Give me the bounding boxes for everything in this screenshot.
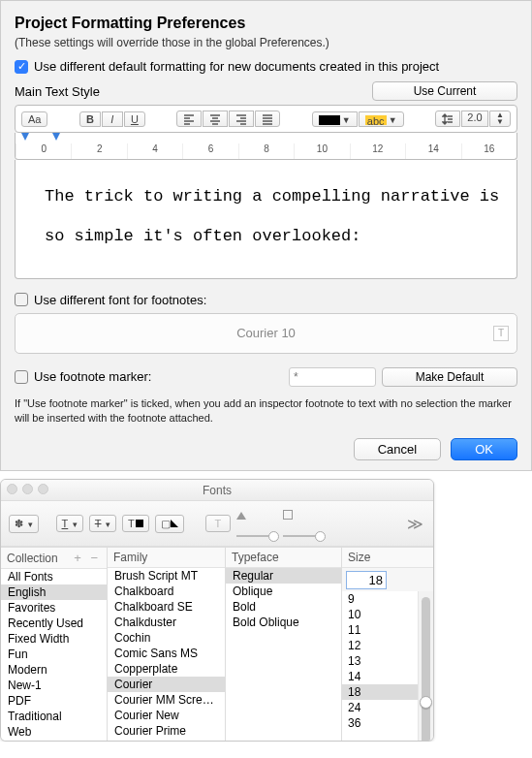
align-left-button[interactable]: [176, 111, 202, 127]
traffic-lights[interactable]: [7, 484, 48, 494]
list-item[interactable]: 13: [342, 653, 418, 669]
use-footnote-marker-label: Use footnote marker:: [34, 369, 151, 384]
text-color-button[interactable]: ▼: [312, 111, 358, 127]
size-slider-knob[interactable]: [420, 696, 432, 709]
text-color-picker[interactable]: T: [122, 515, 149, 532]
highlight-color-button[interactable]: abc▼: [359, 111, 404, 127]
list-item[interactable]: Courier MM Screenwriter: [108, 692, 225, 708]
list-item[interactable]: Fun: [1, 647, 107, 662]
ruler[interactable]: 0246810121416: [15, 133, 517, 160]
line-spacing-icon[interactable]: [435, 111, 460, 127]
list-item[interactable]: PDF: [1, 693, 107, 709]
use-different-footnote-font-label: Use different font for footnotes:: [34, 293, 206, 307]
footnote-marker-help-text: If "Use footnote marker" is ticked, when…: [15, 396, 517, 426]
list-item[interactable]: All Fonts: [1, 569, 107, 584]
list-item[interactable]: Courier Prime: [108, 723, 225, 739]
case-button[interactable]: Aa: [21, 111, 47, 127]
use-current-button[interactable]: Use Current: [372, 81, 517, 101]
collection-add-remove[interactable]: + −: [74, 551, 101, 565]
list-item[interactable]: New-1: [1, 678, 107, 693]
list-item[interactable]: 36: [342, 715, 418, 731]
document-color-picker[interactable]: ▢: [155, 515, 184, 533]
size-list[interactable]: 91011121314182436: [342, 591, 418, 741]
align-center-button[interactable]: [203, 111, 228, 127]
typeface-column: Typeface RegularObliqueBoldBold Oblique: [226, 548, 342, 741]
use-footnote-marker-checkbox[interactable]: [15, 370, 28, 384]
list-item[interactable]: Comic Sans MS: [108, 646, 225, 661]
font-actions-menu[interactable]: ✽ ▾: [9, 515, 39, 533]
list-item[interactable]: Modern: [1, 662, 107, 678]
fonts-panel-title: Fonts: [203, 484, 232, 497]
list-item[interactable]: Recently Used: [1, 616, 107, 631]
line-spacing-stepper[interactable]: ▲▼: [489, 111, 511, 127]
size-input[interactable]: [346, 571, 387, 589]
bold-button[interactable]: B: [79, 111, 101, 127]
ruler-left-indent-icon[interactable]: [52, 133, 60, 141]
list-item[interactable]: 14: [342, 669, 418, 684]
list-item[interactable]: 11: [342, 622, 418, 638]
shadow-blur-control[interactable]: [283, 506, 324, 541]
panel-subtitle: (These settings will override those in t…: [15, 36, 517, 49]
list-item[interactable]: Regular: [226, 568, 341, 584]
size-column: Size 91011121314182436: [342, 548, 433, 741]
toolbar-overflow-icon[interactable]: ≫: [407, 515, 425, 533]
footnote-marker-input[interactable]: [289, 367, 376, 387]
family-list[interactable]: Brush Script MTChalkboardChalkboard SECh…: [108, 568, 225, 741]
typeface-header: Typeface: [226, 548, 341, 568]
font-picker-icon[interactable]: T: [493, 326, 509, 341]
list-item[interactable]: Courier: [108, 677, 225, 692]
list-item[interactable]: Courier New: [108, 708, 225, 723]
size-slider-track[interactable]: [418, 591, 433, 741]
ok-button[interactable]: OK: [451, 438, 517, 460]
text-shadow-toggle[interactable]: T: [205, 515, 231, 532]
list-item[interactable]: English: [1, 584, 107, 600]
fonts-panel-titlebar[interactable]: Fonts: [1, 480, 433, 501]
underline-menu[interactable]: T ▾: [56, 515, 83, 532]
list-item[interactable]: Copperplate: [108, 661, 225, 677]
line-spacing-value[interactable]: 2.0: [461, 111, 488, 127]
list-item[interactable]: Bold Oblique: [226, 615, 341, 630]
family-header: Family: [108, 548, 225, 568]
use-different-formatting-row: ✓ Use different default formatting for n…: [15, 59, 517, 74]
list-item[interactable]: Fixed Width: [1, 631, 107, 647]
italic-button[interactable]: I: [102, 111, 123, 127]
panel-title: Project Formatting Preferences: [15, 15, 517, 32]
list-item[interactable]: Chalkduster: [108, 615, 225, 630]
footnote-font-preview: Courier 10 T: [15, 313, 517, 354]
list-item[interactable]: 12: [342, 638, 418, 653]
list-item[interactable]: Oblique: [226, 584, 341, 599]
list-item[interactable]: Cochin: [108, 630, 225, 646]
typeface-list[interactable]: RegularObliqueBoldBold Oblique: [226, 568, 341, 741]
ruler-first-line-indent-icon[interactable]: [21, 133, 29, 141]
fonts-panel: Fonts ✽ ▾ T ▾ T ▾ T ▢ T ≫ Collection+ − …: [0, 479, 434, 742]
use-different-formatting-checkbox[interactable]: ✓: [15, 60, 28, 74]
ruler-ticks: 0246810121416: [16, 143, 516, 159]
list-item[interactable]: Brush Script MT: [108, 568, 225, 584]
format-toolbar: Aa B I U ▼ abc▼ 2.0 ▲▼: [15, 105, 517, 133]
cancel-button[interactable]: Cancel: [354, 438, 441, 460]
strikethrough-menu[interactable]: T ▾: [89, 515, 116, 532]
family-column: Family Brush Script MTChalkboardChalkboa…: [108, 548, 226, 741]
collection-column: Collection+ − All FontsEnglishFavoritesR…: [1, 548, 108, 741]
list-item[interactable]: 18: [342, 684, 418, 700]
make-default-button[interactable]: Make Default: [382, 367, 517, 387]
underline-button[interactable]: U: [124, 111, 145, 127]
list-item[interactable]: 24: [342, 700, 418, 715]
align-right-button[interactable]: [229, 111, 254, 127]
list-item[interactable]: 9: [342, 591, 418, 607]
list-item[interactable]: 10: [342, 607, 418, 622]
list-item[interactable]: Chalkboard SE: [108, 599, 225, 615]
shadow-opacity-control[interactable]: [236, 506, 277, 541]
list-item[interactable]: Traditional: [1, 709, 107, 724]
list-item[interactable]: Favorites: [1, 600, 107, 616]
align-justify-button[interactable]: [255, 111, 280, 127]
fonts-toolbar: ✽ ▾ T ▾ T ▾ T ▢ T ≫: [1, 501, 433, 547]
size-slider-thumb[interactable]: [422, 597, 430, 741]
list-item[interactable]: Bold: [226, 599, 341, 615]
collection-header: Collection: [7, 552, 58, 565]
use-different-footnote-font-checkbox[interactable]: [15, 293, 28, 306]
list-item[interactable]: Chalkboard: [108, 584, 225, 599]
list-item[interactable]: Web: [1, 724, 107, 740]
sample-text-area: The trick to writing a compelling narrat…: [15, 160, 517, 279]
collection-list[interactable]: All FontsEnglishFavoritesRecently UsedFi…: [1, 569, 107, 741]
